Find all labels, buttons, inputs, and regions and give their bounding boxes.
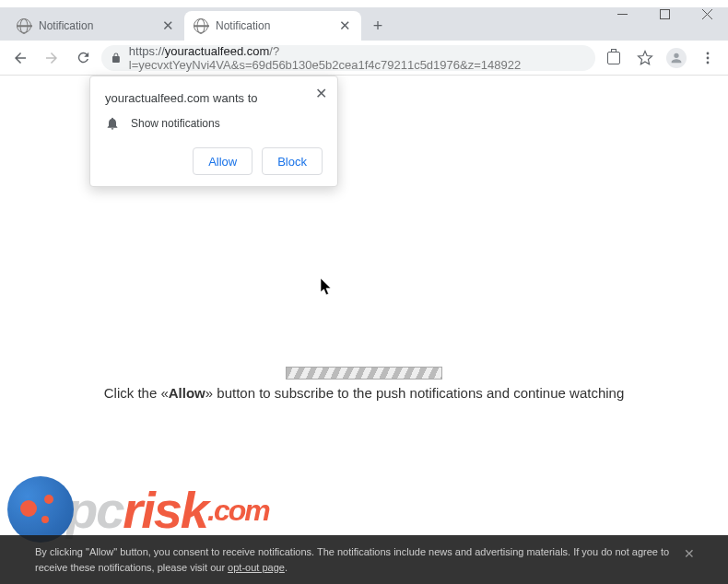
extensions-button[interactable] <box>601 45 627 71</box>
url-text: https://youractualfeed.com/?l=yecvxtYeyN… <box>129 44 586 72</box>
profile-button[interactable] <box>663 45 689 71</box>
svg-rect-1 <box>660 9 669 18</box>
globe-icon <box>17 18 31 33</box>
forward-button[interactable] <box>39 45 65 71</box>
permission-title: youractualfeed.com wants to <box>105 91 323 105</box>
permission-prompt: ✕ youractualfeed.com wants to Show notif… <box>89 76 338 187</box>
close-icon[interactable]: ✕ <box>311 84 330 102</box>
consent-bar: ✕ By clicking "Allow" button, you consen… <box>0 535 728 584</box>
progress-bar <box>286 367 442 380</box>
svg-point-2 <box>707 52 710 54</box>
bookmark-button[interactable] <box>632 45 658 71</box>
permission-text: Show notifications <box>131 117 220 130</box>
svg-point-4 <box>707 61 710 64</box>
opt-out-link[interactable]: opt-out page <box>228 562 285 573</box>
cursor-icon <box>321 278 334 297</box>
window-maximize[interactable] <box>643 0 686 28</box>
lock-icon <box>111 52 122 64</box>
watermark-logo: pcrisk.com <box>7 476 269 543</box>
tab-title: Notification <box>39 19 153 32</box>
block-button[interactable]: Block <box>262 147 323 175</box>
window-minimize[interactable] <box>601 0 643 28</box>
menu-button[interactable] <box>695 45 721 71</box>
tab-active[interactable]: Notification ✕ <box>184 11 361 41</box>
close-icon[interactable]: ✕ <box>684 544 695 564</box>
tab-title: Notification <box>216 19 330 32</box>
svg-rect-0 <box>617 14 628 15</box>
window-close[interactable] <box>686 0 728 28</box>
page-message: Click the «Allow» button to subscribe to… <box>0 385 728 402</box>
consent-text: By clicking "Allow" button, you consent … <box>35 546 669 573</box>
address-bar[interactable]: https://youractualfeed.com/?l=yecvxtYeyN… <box>101 45 595 71</box>
reload-button[interactable] <box>70 45 96 71</box>
page-content: ✕ youractualfeed.com wants to Show notif… <box>0 76 728 584</box>
tab-close-icon[interactable]: ✕ <box>337 18 352 33</box>
back-button[interactable] <box>7 45 33 71</box>
allow-button[interactable]: Allow <box>193 147 252 175</box>
logo-ball-icon <box>7 476 74 543</box>
svg-point-3 <box>707 56 710 59</box>
tab-inactive[interactable]: Notification ✕ <box>7 11 184 41</box>
globe-icon <box>194 18 208 33</box>
tab-close-icon[interactable]: ✕ <box>160 18 175 33</box>
toolbar: https://youractualfeed.com/?l=yecvxtYeyN… <box>0 41 728 76</box>
bell-icon <box>105 116 120 131</box>
new-tab-button[interactable]: + <box>365 13 391 39</box>
